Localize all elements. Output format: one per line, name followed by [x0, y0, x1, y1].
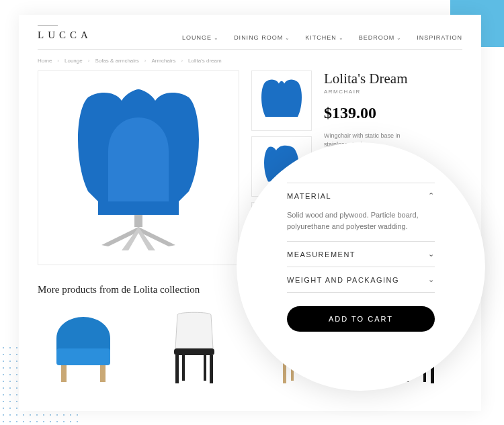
crumb-armchairs[interactable]: Armchairs› — [151, 58, 183, 64]
nav-bedroom-label: BEDROOM — [359, 34, 395, 41]
accordion-material-header[interactable]: MATERIAL ⌃ — [287, 183, 435, 208]
chevron-down-icon: ⌄ — [396, 35, 402, 41]
accordion-material: MATERIAL ⌃ Solid wood and plywood. Parti… — [287, 183, 435, 241]
svg-rect-5 — [174, 348, 214, 355]
chevron-down-icon: ⌄ — [428, 250, 435, 258]
breadcrumb: Home› Lounge› Sofas & armchairs› Armchai… — [38, 50, 462, 70]
nav-kitchen-label: KITCHEN — [305, 34, 337, 41]
thumb-1[interactable] — [251, 70, 312, 131]
crumb-lounge-label: Lounge — [65, 58, 83, 64]
product-title: Lolita's Dream — [324, 70, 462, 87]
crumb-sofas[interactable]: Sofas & armchairs› — [95, 58, 146, 64]
header: LUCCA LOUNGE⌄ DINING ROOM⌄ KITCHEN⌄ BEDR… — [38, 27, 462, 50]
chevron-right-icon: › — [88, 58, 90, 64]
nav-dining-label: DINING ROOM — [234, 34, 283, 41]
svg-rect-0 — [134, 215, 142, 227]
product-price: $139.00 — [324, 104, 462, 122]
main-nav: LOUNGE⌄ DINING ROOM⌄ KITCHEN⌄ BEDROOM⌄ I… — [182, 34, 462, 41]
crumb-current: Lolita's dream — [188, 58, 222, 64]
armchair-back-icon — [255, 74, 308, 128]
accordion-measurement-label: MEASUREMENT — [287, 250, 355, 258]
crumb-current-label: Lolita's dream — [188, 58, 222, 64]
chevron-down-icon: ⌄ — [214, 35, 219, 41]
crumb-sofas-label: Sofas & armchairs — [95, 58, 138, 64]
crumb-armchairs-label: Armchairs — [151, 58, 175, 64]
svg-rect-6 — [175, 355, 179, 383]
accordion-weight: WEIGHT AND PACKAGING ⌄ — [287, 267, 435, 293]
nav-lounge-label: LOUNGE — [182, 34, 212, 41]
svg-rect-7 — [210, 355, 213, 383]
accordion: MATERIAL ⌃ Solid wood and plywood. Parti… — [287, 183, 435, 293]
accordion-weight-label: WEIGHT AND PACKAGING — [287, 276, 399, 284]
add-to-cart-button[interactable]: ADD TO CART — [287, 306, 435, 332]
nav-bedroom[interactable]: BEDROOM⌄ — [359, 34, 403, 41]
crumb-home[interactable]: Home› — [38, 58, 59, 64]
svg-rect-2 — [56, 348, 110, 365]
accordion-weight-header[interactable]: WEIGHT AND PACKAGING ⌄ — [287, 267, 435, 292]
product-main-image[interactable] — [38, 70, 239, 265]
svg-rect-4 — [100, 365, 106, 382]
accordion-measurement-header[interactable]: MEASUREMENT ⌄ — [287, 242, 435, 267]
more-item-2[interactable] — [149, 305, 239, 385]
chevron-up-icon: ⌃ — [428, 191, 435, 200]
more-item-1[interactable] — [38, 305, 128, 385]
crumb-lounge[interactable]: Lounge› — [65, 58, 89, 64]
accordion-material-body: Solid wood and plywood. Particle board, … — [287, 208, 435, 241]
chevron-down-icon: ⌄ — [339, 35, 344, 41]
nav-dining[interactable]: DINING ROOM⌄ — [234, 34, 290, 41]
chevron-right-icon: › — [181, 58, 183, 64]
accordion-material-label: MATERIAL — [287, 192, 331, 200]
crumb-home-label: Home — [38, 58, 52, 64]
chevron-right-icon: › — [144, 58, 146, 64]
svg-rect-3 — [61, 365, 67, 382]
armchair-icon — [61, 84, 216, 252]
svg-rect-8 — [182, 355, 185, 381]
product-subtitle: ARMCHAIR — [324, 89, 462, 95]
tub-chair-icon — [46, 312, 120, 385]
nav-kitchen[interactable]: KITCHEN⌄ — [305, 34, 344, 41]
detail-popover: MATERIAL ⌃ Solid wood and plywood. Parti… — [237, 142, 485, 391]
svg-rect-9 — [204, 355, 206, 381]
nav-inspiration-label: INSPIRATION — [417, 34, 462, 41]
accordion-measurement: MEASUREMENT ⌄ — [287, 241, 435, 267]
nav-inspiration[interactable]: INSPIRATION — [417, 34, 462, 41]
chevron-down-icon: ⌄ — [285, 35, 290, 41]
nav-lounge[interactable]: LOUNGE⌄ — [182, 34, 219, 41]
dining-chair-icon — [161, 308, 228, 385]
chevron-right-icon: › — [57, 58, 59, 64]
brand-logo[interactable]: LUCCA — [38, 27, 92, 41]
chevron-down-icon: ⌄ — [428, 275, 435, 284]
